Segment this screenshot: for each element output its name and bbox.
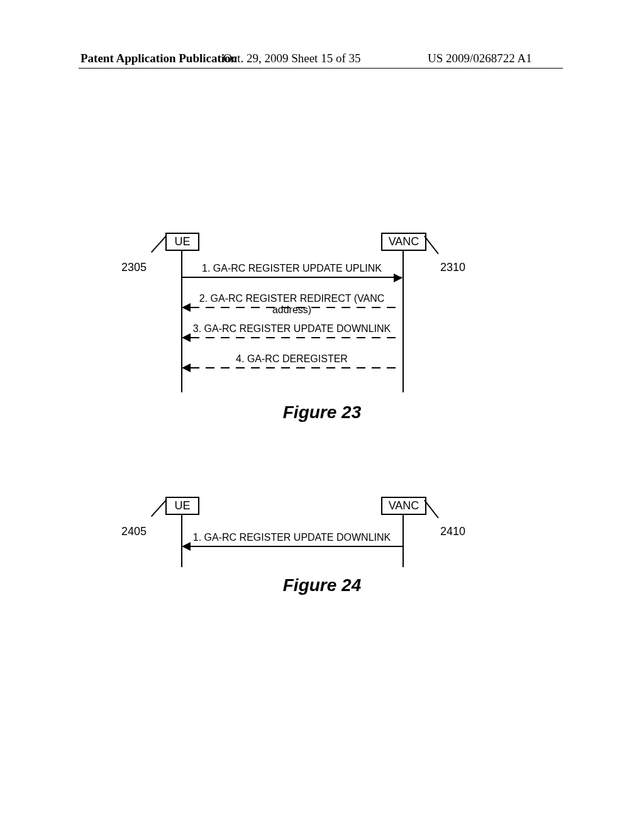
page: Patent Application Publication Oct. 29, … <box>0 0 644 830</box>
vanc-ref-2310: 2310 <box>440 261 465 274</box>
svg-marker-5 <box>182 363 191 372</box>
msg-24-1-arrow <box>182 541 403 551</box>
vanc-ref-2410: 2410 <box>440 525 465 538</box>
ue-node: UE <box>165 233 199 251</box>
vanc-node-24-label: VANC <box>389 499 419 512</box>
figure-24-caption: Figure 24 <box>0 575 644 595</box>
header-rule <box>79 68 563 69</box>
ue-leader-24 <box>151 499 167 517</box>
ue-ref-2405: 2405 <box>121 525 147 538</box>
msg-3-arrow <box>182 333 403 343</box>
vanc-node-label: VANC <box>389 235 419 248</box>
ue-leader <box>151 235 167 253</box>
vanc-node: VANC <box>381 233 426 251</box>
svg-marker-1 <box>182 303 191 312</box>
vanc-node-24: VANC <box>381 497 426 515</box>
figure-23-caption: Figure 23 <box>0 402 644 423</box>
svg-marker-3 <box>182 333 191 342</box>
pub-type: Patent Application Publication <box>80 52 237 65</box>
pub-number: US 2009/0268722 A1 <box>428 52 532 65</box>
svg-marker-7 <box>182 542 191 551</box>
ue-node-label: UE <box>174 235 190 248</box>
figure-24: UE 2405 VANC 2410 1. GA-RC REGISTER UPDA… <box>0 497 644 585</box>
msg-1-arrow <box>182 277 402 278</box>
msg-2-arrow <box>182 302 403 313</box>
ue-node-24: UE <box>165 497 199 515</box>
ue-node-24-label: UE <box>174 499 190 512</box>
date-sheet: Oct. 29, 2009 Sheet 15 of 35 <box>223 52 360 65</box>
ue-ref-2305: 2305 <box>121 261 147 274</box>
msg-4-arrow <box>182 363 403 373</box>
msg-1-text: 1. GA-RC REGISTER UPDATE UPLINK <box>181 263 402 274</box>
